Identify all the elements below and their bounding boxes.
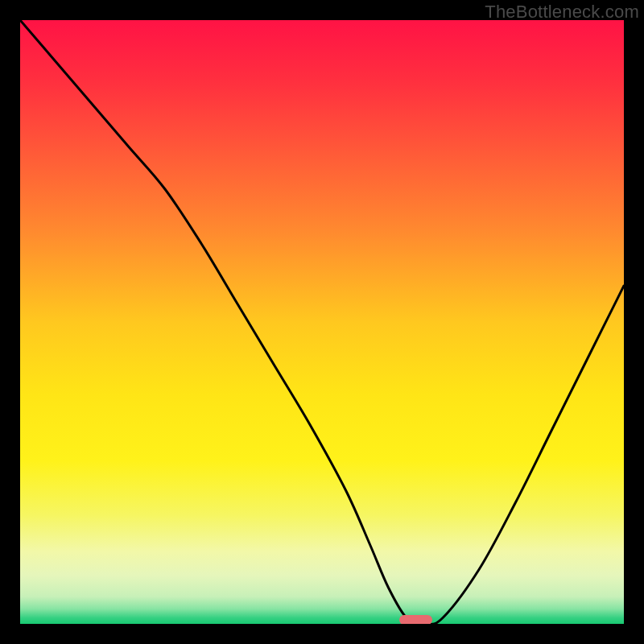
- optimal-marker: [399, 615, 432, 624]
- chart-frame: TheBottleneck.com: [0, 0, 644, 644]
- watermark-text: TheBottleneck.com: [485, 2, 639, 23]
- plot-area: [20, 20, 624, 624]
- bottleneck-curve: [20, 20, 624, 624]
